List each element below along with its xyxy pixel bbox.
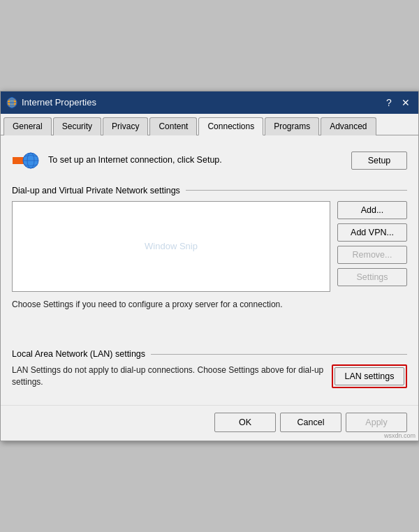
lan-section-label: Local Area Network (LAN) settings xyxy=(12,349,145,359)
help-button[interactable]: ? xyxy=(382,96,396,110)
dialup-content: Window Snip Add... Add VPN... Remove... … xyxy=(12,201,407,292)
internet-properties-window: Internet Properties ? ✕ General Security… xyxy=(0,91,419,442)
watermark: wsxdn.com xyxy=(384,432,416,439)
tab-content[interactable]: Content xyxy=(149,117,197,135)
dialup-section-label: Dial-up and Virtual Private Network sett… xyxy=(12,186,180,195)
lan-section-header: Local Area Network (LAN) settings xyxy=(12,349,407,359)
bottom-bar: OK Cancel Apply wsxdn.com xyxy=(1,405,418,441)
internet-icon xyxy=(12,147,40,175)
lan-settings-button[interactable]: LAN settings xyxy=(335,367,404,385)
close-button[interactable]: ✕ xyxy=(399,96,413,110)
setup-description: To set up an Internet connection, click … xyxy=(48,154,343,167)
dialup-list[interactable]: Window Snip xyxy=(12,201,330,292)
apply-button[interactable]: Apply xyxy=(346,413,407,432)
tab-programs[interactable]: Programs xyxy=(265,117,319,135)
dialup-separator xyxy=(186,190,407,191)
dialup-list-placeholder: Window Snip xyxy=(145,241,198,251)
title-bar: Internet Properties ? ✕ xyxy=(1,91,418,114)
settings-button[interactable]: Settings xyxy=(337,268,407,286)
add-vpn-button[interactable]: Add VPN... xyxy=(337,223,407,242)
setup-row: To set up an Internet connection, click … xyxy=(12,147,407,175)
ok-button[interactable]: OK xyxy=(214,413,276,432)
tab-privacy[interactable]: Privacy xyxy=(103,117,148,135)
tab-bar: General Security Privacy Content Connect… xyxy=(1,114,418,135)
choose-settings-text: Choose Settings if you need to configure… xyxy=(12,299,407,311)
lan-content: LAN Settings do not apply to dial-up con… xyxy=(12,364,407,388)
lan-separator xyxy=(151,354,407,355)
tab-connections[interactable]: Connections xyxy=(198,117,263,135)
setup-button[interactable]: Setup xyxy=(351,152,407,170)
tab-general[interactable]: General xyxy=(3,117,52,135)
add-button[interactable]: Add... xyxy=(337,201,407,219)
lan-section: Local Area Network (LAN) settings LAN Se… xyxy=(12,349,407,388)
lan-description: LAN Settings do not apply to dial-up con… xyxy=(12,364,325,388)
title-bar-controls: ? ✕ xyxy=(382,96,413,110)
spacer xyxy=(12,321,407,349)
window-title: Internet Properties xyxy=(22,97,382,108)
lan-button-wrapper: LAN settings xyxy=(332,364,407,388)
dialup-section: Dial-up and Virtual Private Network sett… xyxy=(12,186,407,311)
dialup-section-header: Dial-up and Virtual Private Network sett… xyxy=(12,186,407,195)
cancel-button[interactable]: Cancel xyxy=(280,413,341,432)
tab-security[interactable]: Security xyxy=(53,117,101,135)
dialup-buttons: Add... Add VPN... Remove... Settings xyxy=(337,201,407,286)
tab-advanced[interactable]: Advanced xyxy=(321,117,376,135)
remove-button[interactable]: Remove... xyxy=(337,246,407,264)
window-icon xyxy=(6,97,17,108)
tab-content-area: To set up an Internet connection, click … xyxy=(1,135,418,403)
